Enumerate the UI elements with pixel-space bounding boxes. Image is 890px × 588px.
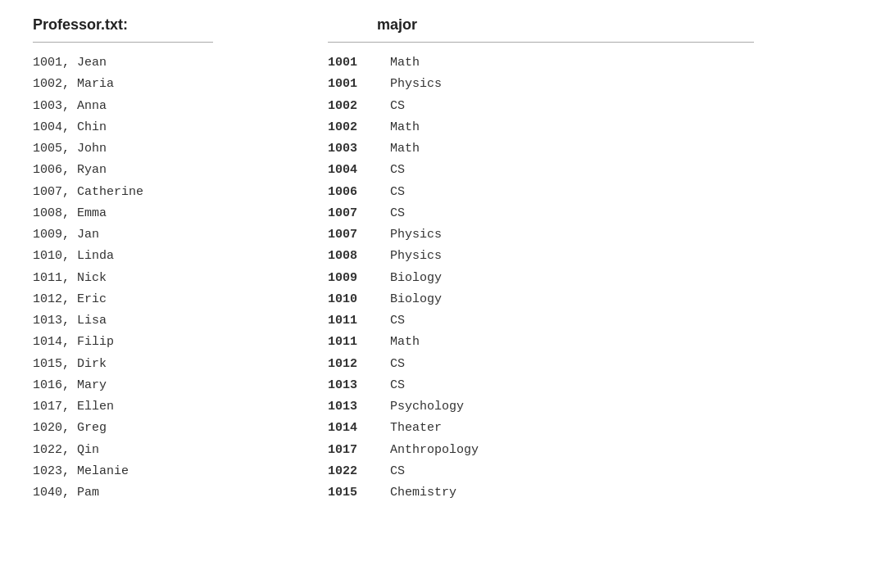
major-value: CS [390, 182, 479, 203]
major-row: 1011CS [328, 310, 479, 332]
major-value: Theater [390, 418, 479, 439]
major-value: Math [390, 138, 479, 160]
left-divider [33, 42, 213, 43]
major-id: 1013 [328, 375, 390, 396]
professor-item: 1020, Greg [33, 418, 295, 439]
major-row: 1014Theater [328, 418, 479, 439]
major-row: 1002Math [328, 117, 479, 138]
major-id: 1001 [328, 52, 390, 74]
major-id: 1015 [328, 482, 390, 504]
major-row: 1011Math [328, 332, 479, 353]
professor-item: 1002, Maria [33, 74, 295, 95]
major-id: 1007 [328, 224, 390, 246]
major-id: 1008 [328, 246, 390, 267]
major-value: Psychology [390, 396, 479, 418]
major-id: 1022 [328, 461, 390, 482]
major-row: 1013CS [328, 375, 479, 396]
major-value: CS [390, 160, 479, 181]
major-row: 1012CS [328, 354, 479, 375]
major-id: 1007 [328, 203, 390, 224]
professor-item: 1010, Linda [33, 246, 295, 267]
major-id: 1001 [328, 74, 390, 95]
professor-item: 1040, Pam [33, 482, 295, 504]
major-id: 1003 [328, 138, 390, 160]
major-value: CS [390, 96, 479, 117]
major-id: 1006 [328, 182, 390, 203]
major-value: Biology [390, 268, 479, 289]
major-row: 1006CS [328, 182, 479, 203]
major-id: 1011 [328, 310, 390, 332]
major-title: major [377, 16, 857, 34]
professor-item: 1008, Emma [33, 203, 295, 224]
major-id: 1002 [328, 96, 390, 117]
right-panel: major 1001Math1001Physics1002CS1002Math1… [295, 16, 857, 504]
major-row: 1007Physics [328, 224, 479, 246]
professor-item: 1014, Filip [33, 332, 295, 353]
major-id: 1002 [328, 117, 390, 138]
major-row: 1008Physics [328, 246, 479, 267]
major-value: Anthropology [390, 440, 479, 461]
major-value: Biology [390, 289, 479, 310]
professor-item: 1011, Nick [33, 268, 295, 289]
major-value: Math [390, 117, 479, 138]
professor-item: 1023, Melanie [33, 461, 295, 482]
right-divider [328, 42, 754, 43]
major-id: 1014 [328, 418, 390, 439]
major-value: CS [390, 375, 479, 396]
major-value: Math [390, 332, 479, 353]
major-value: CS [390, 354, 479, 375]
professor-item: 1009, Jan [33, 224, 295, 246]
major-value: Math [390, 52, 479, 74]
major-id: 1017 [328, 440, 390, 461]
major-id: 1009 [328, 268, 390, 289]
major-row: 1001Physics [328, 74, 479, 95]
professor-item: 1006, Ryan [33, 160, 295, 181]
major-value: Chemistry [390, 482, 479, 504]
major-row: 1009Biology [328, 268, 479, 289]
major-row: 1013Psychology [328, 396, 479, 418]
professor-item: 1004, Chin [33, 117, 295, 138]
major-row: 1001Math [328, 52, 479, 74]
professor-item: 1015, Dirk [33, 354, 295, 375]
major-row: 1015Chemistry [328, 482, 479, 504]
major-id: 1004 [328, 160, 390, 181]
major-value: Physics [390, 74, 479, 95]
professor-item: 1013, Lisa [33, 310, 295, 332]
major-row: 1004CS [328, 160, 479, 181]
professor-item: 1016, Mary [33, 375, 295, 396]
professor-title: Professor.txt: [33, 16, 295, 34]
major-value: Physics [390, 224, 479, 246]
professor-item: 1007, Catherine [33, 182, 295, 203]
major-row: 1010Biology [328, 289, 479, 310]
professor-item: 1022, Qin [33, 440, 295, 461]
major-id: 1010 [328, 289, 390, 310]
professor-item: 1005, John [33, 138, 295, 160]
major-id: 1012 [328, 354, 390, 375]
professor-item: 1012, Eric [33, 289, 295, 310]
major-value: Physics [390, 246, 479, 267]
major-id: 1013 [328, 396, 390, 418]
major-table: 1001Math1001Physics1002CS1002Math1003Mat… [328, 52, 479, 504]
major-row: 1003Math [328, 138, 479, 160]
major-row: 1007CS [328, 203, 479, 224]
major-value: CS [390, 203, 479, 224]
major-value: CS [390, 310, 479, 332]
major-row: 1002CS [328, 96, 479, 117]
professor-item: 1017, Ellen [33, 396, 295, 418]
major-row: 1022CS [328, 461, 479, 482]
major-value: CS [390, 461, 479, 482]
major-id: 1011 [328, 332, 390, 353]
professor-item: 1003, Anna [33, 96, 295, 117]
left-panel: Professor.txt: 1001, Jean1002, Maria1003… [33, 16, 295, 504]
professor-list: 1001, Jean1002, Maria1003, Anna1004, Chi… [33, 52, 295, 504]
major-row: 1017Anthropology [328, 440, 479, 461]
professor-item: 1001, Jean [33, 52, 295, 74]
